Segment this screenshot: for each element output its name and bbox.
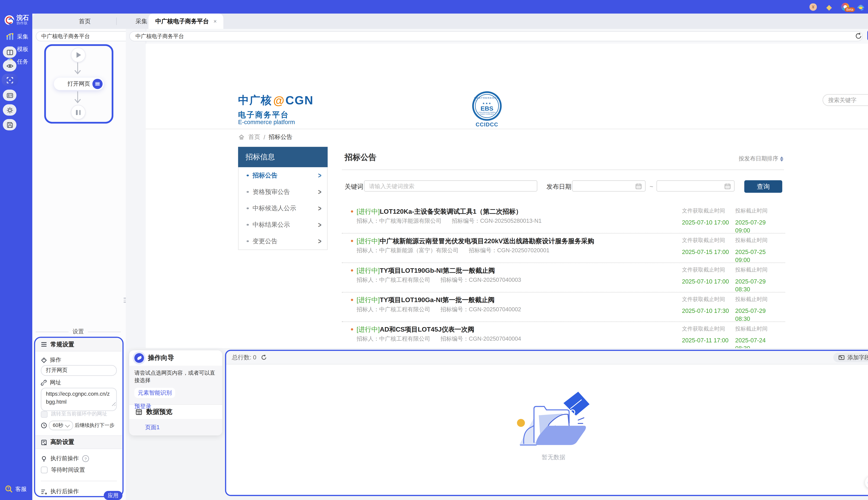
bid-info-menu: 招标信息 招标公告 > 资格预审公告 > (238, 147, 328, 250)
site-search-input[interactable]: 搜索关键字 (823, 94, 868, 106)
deadline-value: 2025-07-29 09:00 (735, 219, 770, 234)
flow-start-button[interactable] (71, 48, 85, 62)
bid-code-label: 招标编号：CGN-202507040004 (441, 336, 521, 342)
breadcrumb-home[interactable]: 首页 (248, 133, 260, 141)
bid-title-link[interactable]: 中广核新能源云南登冒光伏发电项目220kV送出线路勘察设计服务服务采购 (380, 238, 594, 244)
add-field-button[interactable]: 添加字段 (833, 353, 868, 362)
site-logo: 中广核 @ CGN (238, 93, 313, 108)
jump-url-checkbox[interactable] (41, 411, 48, 418)
preview-eye-button[interactable] (3, 60, 16, 71)
bid-title-link[interactable]: AD和CS项目LOT45J仪表一次阀 (380, 326, 474, 333)
add-field-icon (838, 354, 845, 361)
deadline-col-header: 投标截止时间 (735, 266, 770, 274)
settings-gear-button[interactable] (3, 104, 16, 116)
breadcrumb: 首页 / 招标公告 (238, 133, 292, 141)
menu-item[interactable]: 中标候选人公示 > (239, 200, 327, 217)
calendar-icon (724, 183, 731, 189)
chevron-down-icon (65, 422, 70, 427)
keyword-label: 关键词 (345, 182, 363, 191)
status-badge: [进行中] (357, 208, 380, 215)
menu-item[interactable]: 变更公告 > (239, 233, 327, 249)
bid-list-item[interactable]: [进行中]中广核新能源云南登冒光伏发电项目220kV送出线路勘察设计服务服务采购… (342, 234, 785, 263)
bid-list-item[interactable]: [进行中]LOT120Ka-主设备安装调试工具1（第二次招标） 招标人：中广核海… (342, 204, 785, 234)
help-tooltip-icon[interactable]: ? (82, 455, 89, 462)
total-rows-label: 总行数: 0 (232, 353, 256, 362)
deadline-col-header: 投标截止时间 (735, 207, 770, 215)
query-button[interactable]: 查询 (744, 180, 782, 193)
deadline-value: 2025-07-29 08:30 (735, 278, 770, 293)
menu-item[interactable]: 招标公告 > (239, 167, 327, 184)
deadline-col-header: 投标截止时间 (735, 296, 770, 303)
link-icon (41, 379, 47, 386)
collect-page-button[interactable]: 采集 (867, 30, 868, 41)
sort-arrows-icon[interactable] (780, 156, 784, 161)
operation-input[interactable]: 打开网页 (41, 365, 117, 376)
pause-icon (76, 110, 81, 115)
flow-end-button[interactable] (71, 105, 85, 120)
menu-item[interactable]: 资格预审公告 > (239, 184, 327, 200)
tab-home[interactable]: 首页 (79, 13, 91, 29)
svg-text:?: ? (7, 487, 9, 490)
smart-detect-link[interactable]: 元素智能识别 (134, 388, 175, 398)
flow-arrow-icon (74, 62, 81, 78)
date-from-input[interactable] (572, 180, 646, 192)
deadline-col-header: 投标截止时间 (735, 325, 770, 333)
advanced-doc-icon (41, 439, 47, 445)
flow-node-open-page[interactable]: 打开网页 (54, 78, 104, 90)
ccidcc-label: CCIDCC (469, 121, 505, 128)
timeout-select[interactable]: 60秒 (49, 421, 73, 430)
settings-panel: 常规设置 操作 打开网页 网址 https://ecp.cgnpc.com.cn… (34, 337, 124, 497)
bid-list-item[interactable]: [进行中]TY项目LOT190Ga-NI第一批一般截止阀 招标人：中广核工程有限… (342, 293, 785, 322)
page-title: 招标公告 (345, 152, 376, 163)
page-tab-1[interactable]: 页面1 (145, 423, 160, 431)
bidder-label: 招标人：中广核新能源（富宁）有限公司 (357, 247, 459, 253)
date-to-input[interactable] (656, 180, 735, 192)
ebs-certification-badge: 中国电子招标投标系统认证 ★★★ EBS China Electronic Bi… (472, 91, 502, 121)
tab-cgn-platform[interactable]: 中广核电子商务平台× (149, 13, 224, 29)
empty-state-label: 暂无数据 (541, 454, 566, 462)
chevron-right-icon: > (318, 188, 321, 196)
node-menu-icon[interactable] (92, 79, 103, 89)
chevron-right-icon: > (318, 221, 321, 229)
close-tab-icon[interactable]: × (213, 18, 217, 24)
apply-button[interactable]: 应用 (104, 491, 123, 500)
deadline-col-header: 文件获取截止时间 (682, 266, 730, 274)
bid-title-link[interactable]: TY项目LOT190Gb-NI第二批一般截止阀 (380, 267, 495, 274)
sort-control[interactable]: 按发布日期排序 (739, 155, 784, 163)
sidebar-item-collect[interactable]: 采集 (6, 32, 28, 41)
wait-time-checkbox[interactable] (41, 466, 48, 473)
home-icon[interactable] (238, 134, 245, 141)
app-logo: 浣石 协作版 (4, 15, 29, 25)
bid-code-label: 招标编号：CGN-202507040003 (441, 276, 521, 283)
bullet-icon (351, 210, 353, 213)
workflow-panel: 中广核电子商务平台 打开网页 设置 常规设置 操作 打开网页 (32, 29, 126, 500)
empty-state-illustration (511, 391, 596, 450)
element-select-button[interactable] (2, 73, 18, 86)
task-name-input[interactable]: 中广核电子商务平台 (36, 31, 131, 42)
data-preview-panel: 总行数: 0 添加字段 暂无数据 (225, 350, 868, 496)
id-card-icon (6, 91, 13, 99)
id-card-button[interactable] (3, 90, 16, 101)
browser-url-input[interactable]: 中广核电子商务平台 (129, 31, 863, 42)
customer-service-button[interactable]: ? 客服 (4, 485, 26, 493)
save-button[interactable] (3, 119, 16, 130)
cgn-swirl-icon: @ (273, 94, 284, 107)
tag-icon (41, 357, 47, 363)
floppy-save-icon (6, 121, 13, 128)
split-view-button[interactable] (3, 46, 16, 58)
refresh-icon[interactable] (261, 354, 267, 361)
service-magnifier-icon: ? (4, 485, 13, 493)
bid-list-item[interactable]: [进行中]AD和CS项目LOT45J仪表一次阀 招标人：中广核工程有限公司招标编… (342, 322, 785, 352)
refresh-icon[interactable] (855, 32, 862, 39)
menu-item[interactable]: 中标结果公示 > (239, 216, 327, 233)
deadline-value: 2025-07-10 17:00 (682, 219, 730, 227)
bullet-icon (351, 269, 353, 272)
columns-icon (6, 48, 13, 56)
bid-list-item[interactable]: [进行中]TY项目LOT190Gb-NI第二批一般截止阀 招标人：中广核工程有限… (342, 263, 785, 293)
bid-title-link[interactable]: LOT120Ka-主设备安装调试工具1（第二次招标） (380, 208, 522, 215)
bid-title-link[interactable]: TY项目LOT190Ga-NI第一批一般截止阀 (380, 296, 494, 303)
deadline-col-header: 文件获取截止时间 (682, 207, 730, 215)
keyword-input[interactable] (364, 180, 537, 192)
tab-strip: 首页 采集× 中广核电子商务平台× (32, 0, 868, 29)
url-textarea[interactable]: https://ecp.cgnpc.com.cn/zbgg.html (41, 388, 117, 411)
